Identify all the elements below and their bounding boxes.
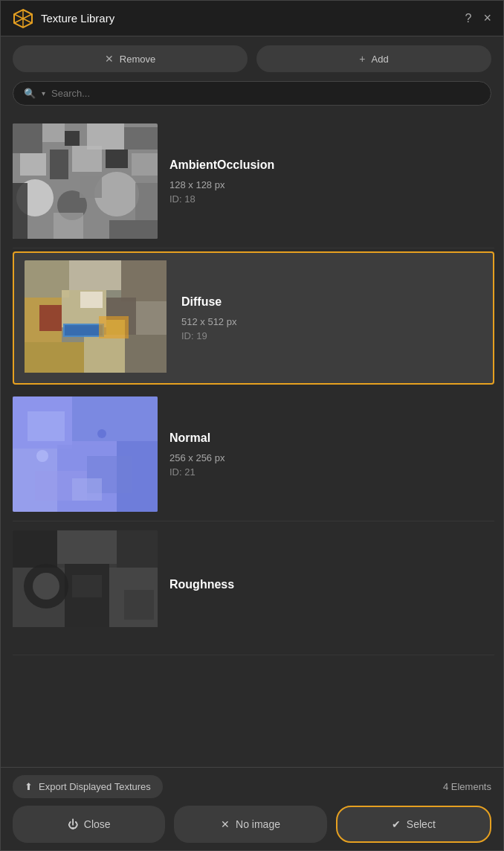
texture-size-diffuse: 512 x 512 px	[181, 316, 482, 327]
svg-rect-51	[117, 530, 158, 568]
no-image-label: No image	[236, 818, 280, 830]
no-image-button[interactable]: ✕ No image	[174, 806, 326, 843]
svg-rect-38	[72, 396, 158, 441]
texture-info-roughness: Roughness	[169, 578, 482, 599]
thumbnail-roughness	[13, 530, 158, 646]
texture-item-roughness[interactable]: Roughness	[13, 521, 494, 655]
svg-rect-2	[42, 123, 65, 142]
svg-rect-9	[106, 150, 128, 168]
window-title: Texture Library	[41, 12, 114, 25]
texture-item-diffuse[interactable]: Diffuse 512 x 512 px ID: 19	[13, 251, 494, 385]
texture-item-normal[interactable]: Normal 256 x 256 px ID: 21	[13, 388, 494, 521]
thumbnail-diffuse	[25, 260, 169, 376]
export-icon: ⬆	[25, 781, 33, 792]
texture-size-ao: 128 x 128 px	[169, 179, 482, 190]
search-placeholder: Search...	[51, 88, 90, 99]
add-button[interactable]: + Add	[256, 45, 491, 72]
remove-button[interactable]: ✕ Remove	[13, 45, 248, 72]
title-bar: Texture Library ? ×	[1, 1, 503, 36]
add-icon: +	[359, 53, 365, 65]
texture-id-ao: ID: 18	[169, 193, 482, 205]
thumbnail-ao	[13, 123, 158, 239]
svg-rect-8	[72, 146, 102, 172]
add-label: Add	[372, 54, 389, 65]
texture-library-window: Texture Library ? × ✕ Remove + Add 🔍 ▾ S…	[0, 0, 504, 851]
svg-rect-14	[13, 183, 28, 239]
texture-name-ao: AmbientOcclusion	[169, 158, 482, 172]
app-logo-icon	[13, 8, 33, 29]
svg-rect-1	[13, 123, 42, 153]
svg-rect-22	[121, 260, 167, 301]
no-image-icon: ✕	[221, 818, 230, 830]
search-bar: 🔍 ▾ Search...	[1, 81, 503, 115]
svg-rect-6	[20, 153, 46, 176]
svg-point-46	[97, 429, 106, 438]
svg-rect-42	[28, 411, 65, 441]
texture-info-diffuse: Diffuse 512 x 512 px ID: 19	[181, 295, 482, 341]
texture-item-ao[interactable]: AmbientOcclusion 128 x 128 px ID: 18	[13, 115, 494, 248]
svg-rect-34	[106, 320, 125, 335]
svg-rect-15	[80, 176, 102, 198]
svg-rect-16	[109, 220, 158, 239]
svg-rect-47	[72, 478, 102, 501]
toolbar: ✕ Remove + Add	[1, 36, 503, 81]
close-icon: ⏻	[68, 818, 78, 830]
texture-list: AmbientOcclusion 128 x 128 px ID: 18	[1, 115, 503, 767]
title-bar-left: Texture Library	[13, 8, 114, 29]
svg-rect-26	[136, 301, 167, 335]
svg-point-45	[36, 450, 48, 462]
bottom-bar-top: ⬆ Export Displayed Textures 4 Elements	[13, 775, 491, 798]
texture-name-diffuse: Diffuse	[181, 295, 482, 309]
svg-rect-50	[57, 530, 117, 564]
thumbnail-normal	[13, 396, 158, 512]
texture-id-diffuse: ID: 19	[181, 330, 482, 341]
svg-rect-58	[124, 590, 154, 620]
close-button[interactable]: ⏻ Close	[13, 806, 165, 843]
remove-icon: ✕	[105, 53, 114, 65]
svg-rect-17	[54, 213, 83, 239]
select-button[interactable]: ✔ Select	[336, 806, 491, 843]
texture-name-roughness: Roughness	[169, 578, 482, 591]
svg-rect-29	[125, 335, 167, 373]
svg-rect-35	[80, 292, 103, 308]
svg-rect-18	[135, 183, 158, 220]
help-button[interactable]: ?	[465, 12, 472, 25]
svg-rect-30	[39, 305, 62, 331]
title-bar-right: ? ×	[465, 10, 491, 26]
svg-rect-27	[25, 342, 84, 373]
close-label: Close	[84, 818, 111, 830]
svg-rect-7	[50, 150, 68, 179]
export-label: Export Displayed Textures	[39, 781, 151, 792]
select-label: Select	[407, 818, 436, 830]
svg-rect-32	[65, 325, 103, 335]
svg-rect-4	[87, 123, 124, 150]
texture-info-normal: Normal 256 x 256 px ID: 21	[169, 431, 482, 478]
svg-point-56	[33, 573, 59, 600]
remove-label: Remove	[120, 54, 155, 65]
svg-rect-57	[72, 575, 102, 597]
window-close-button[interactable]: ×	[483, 10, 491, 26]
elements-count: 4 Elements	[443, 781, 491, 792]
search-dropdown-icon: ▾	[42, 89, 45, 97]
bottom-bar: ⬆ Export Displayed Textures 4 Elements ⏻…	[1, 767, 503, 850]
texture-id-normal: ID: 21	[169, 466, 482, 478]
search-icon: 🔍	[24, 88, 36, 99]
texture-info-ao: AmbientOcclusion 128 x 128 px ID: 18	[169, 158, 482, 205]
svg-rect-28	[84, 335, 125, 373]
bottom-bar-actions: ⏻ Close ✕ No image ✔ Select	[13, 806, 491, 843]
svg-rect-49	[13, 530, 57, 568]
export-button[interactable]: ⬆ Export Displayed Textures	[13, 775, 163, 798]
texture-size-normal: 256 x 256 px	[169, 452, 482, 463]
texture-name-normal: Normal	[169, 431, 482, 445]
svg-rect-3	[65, 131, 80, 146]
svg-rect-21	[69, 260, 121, 290]
svg-rect-10	[132, 153, 158, 176]
svg-rect-5	[124, 127, 158, 150]
select-icon: ✔	[392, 818, 401, 830]
search-wrapper[interactable]: 🔍 ▾ Search...	[13, 81, 491, 106]
